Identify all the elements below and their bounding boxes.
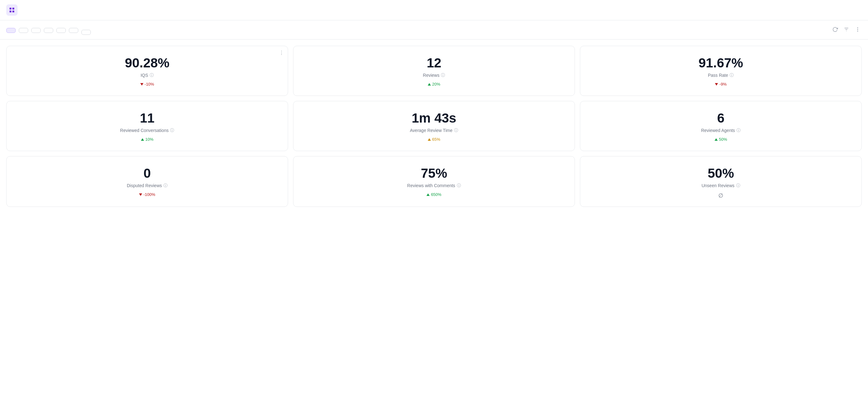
metric-label-text: Unseen Reviews — [702, 183, 734, 188]
metric-change: 50% — [715, 137, 727, 142]
metric-label: Unseen Reviews ⓘ — [702, 183, 740, 188]
metric-change: 20% — [428, 82, 440, 87]
up-arrow-icon — [428, 83, 431, 86]
down-arrow-icon — [715, 83, 718, 86]
metric-value: 75% — [421, 166, 447, 181]
metric-label-text: Reviews — [423, 73, 440, 78]
svg-rect-2 — [10, 11, 11, 12]
info-icon: ⓘ — [736, 183, 740, 188]
more-vertical-icon — [855, 27, 861, 32]
svg-point-8 — [857, 29, 858, 30]
metric-label: Reviews ⓘ — [423, 72, 445, 78]
more-filters-button[interactable] — [82, 30, 91, 35]
reviewee-filter — [44, 27, 53, 33]
metric-card: 11 Reviewed Conversations ⓘ 10% — [6, 101, 288, 151]
scorecard-filter — [69, 27, 78, 33]
up-arrow-icon — [427, 194, 430, 196]
metric-value: 0 — [144, 166, 151, 181]
reviewee-button[interactable] — [44, 28, 53, 33]
workspace-filter — [19, 27, 28, 33]
metric-label-text: Pass Rate — [708, 73, 728, 78]
svg-point-7 — [857, 28, 858, 28]
metric-label: Reviews with Comments ⓘ — [407, 183, 461, 188]
more-label-spacer — [82, 25, 91, 29]
metric-label: Reviewed Agents ⓘ — [701, 127, 741, 133]
metric-value: 1m 43s — [412, 111, 456, 126]
refresh-icon — [832, 27, 838, 32]
metric-card: 0 Disputed Reviews ⓘ -100% — [6, 156, 288, 207]
metric-card: 12 Reviews ⓘ 20% — [293, 46, 575, 96]
metric-value: 90.28% — [125, 56, 169, 70]
metrics-grid: ⋮ 90.28% IQS ⓘ -10% 12 Reviews ⓘ 20% 91.… — [0, 39, 868, 213]
metric-card: 75% Reviews with Comments ⓘ 650% — [293, 156, 575, 207]
metric-change: 10% — [141, 137, 153, 142]
metric-change: -10% — [140, 82, 154, 87]
svg-rect-0 — [10, 8, 11, 10]
metric-card: 91.67% Pass Rate ⓘ -9% — [580, 46, 862, 96]
metric-value: 50% — [708, 166, 734, 181]
metric-change: 65% — [428, 137, 440, 142]
filter-bar — [0, 20, 868, 39]
filter-icon — [844, 27, 849, 32]
metric-value: 11 — [140, 111, 155, 126]
filter-actions — [831, 25, 862, 34]
scorecard-button[interactable] — [69, 28, 78, 33]
group-filter — [56, 27, 66, 33]
svg-rect-3 — [12, 11, 14, 12]
metric-label: IQS ⓘ — [141, 72, 154, 78]
metric-label: Reviewed Conversations ⓘ — [120, 127, 175, 133]
metric-label-text: Reviews with Comments — [407, 183, 455, 188]
metric-value: 12 — [427, 56, 441, 70]
more-filter — [82, 25, 91, 35]
reviewer-filter — [31, 27, 41, 33]
more-options-button[interactable] — [854, 25, 862, 33]
metric-label-text: Reviewed Agents — [701, 128, 735, 133]
metric-label-text: Disputed Reviews — [127, 183, 162, 188]
metric-label-text: Reviewed Conversations — [120, 128, 169, 133]
metric-change: 650% — [427, 192, 441, 197]
refresh-button[interactable] — [831, 25, 839, 33]
metric-card: ⋮ 90.28% IQS ⓘ -10% — [6, 46, 288, 96]
date-range-button[interactable] — [6, 28, 16, 33]
metric-value: 6 — [717, 111, 724, 126]
up-arrow-icon — [715, 138, 718, 141]
card-menu-button[interactable]: ⋮ — [279, 50, 284, 56]
metric-card: 6 Reviewed Agents ⓘ 50% — [580, 101, 862, 151]
svg-point-9 — [857, 31, 858, 32]
group-button[interactable] — [56, 28, 66, 33]
metric-card: 50% Unseen Reviews ⓘ ∅ — [580, 156, 862, 207]
metric-change: ∅ — [718, 192, 723, 199]
info-icon: ⓘ — [170, 127, 174, 133]
up-arrow-icon — [141, 138, 144, 141]
svg-rect-1 — [12, 8, 14, 10]
down-arrow-icon — [139, 194, 142, 196]
info-icon: ⓘ — [150, 72, 154, 78]
metric-change: -9% — [715, 82, 726, 87]
metric-label: Pass Rate ⓘ — [708, 72, 734, 78]
info-icon: ⓘ — [737, 127, 741, 133]
metric-label: Average Review Time ⓘ — [410, 127, 458, 133]
app-logo — [6, 4, 18, 16]
metric-value: 91.67% — [699, 56, 743, 70]
metric-change: -100% — [139, 192, 155, 197]
app-header — [0, 0, 868, 20]
info-icon: ⓘ — [457, 183, 461, 188]
metric-label: Disputed Reviews ⓘ — [127, 183, 167, 188]
info-icon: ⓘ — [454, 127, 458, 133]
reviewer-button[interactable] — [31, 28, 41, 33]
workspace-button[interactable] — [19, 28, 28, 33]
metric-label-text: Average Review Time — [410, 128, 453, 133]
up-warn-arrow-icon — [428, 138, 431, 141]
filter-options-button[interactable] — [842, 25, 850, 33]
date-range-filter — [6, 27, 16, 33]
info-icon: ⓘ — [730, 72, 734, 78]
metric-label-text: IQS — [141, 73, 148, 78]
grid-icon — [9, 7, 15, 13]
metric-card: 1m 43s Average Review Time ⓘ 65% — [293, 101, 575, 151]
info-icon: ⓘ — [441, 72, 445, 78]
info-icon: ⓘ — [163, 183, 167, 188]
down-arrow-icon — [140, 83, 144, 86]
